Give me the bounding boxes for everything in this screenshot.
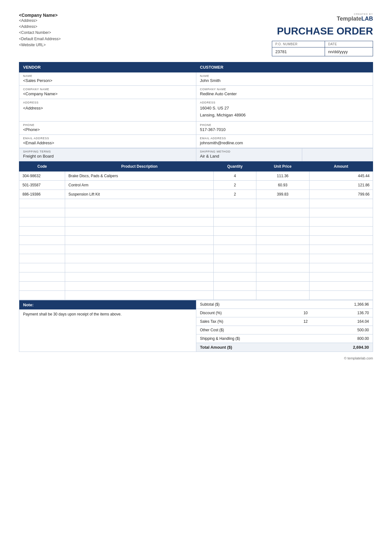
total-amount-label: Total Amount ($) bbox=[200, 345, 285, 350]
customer-company-label: COMPANY NAME bbox=[196, 86, 373, 91]
templatelab-logo: CREATED BY TemplateLAB bbox=[337, 13, 373, 22]
shipping-handling-label: Shipping & Handling ($) bbox=[200, 336, 285, 341]
tax-label: Sales Tax (%) bbox=[200, 319, 285, 324]
shipping-terms-value: Freight on Board bbox=[19, 153, 196, 161]
empty-quantity bbox=[214, 291, 256, 300]
empty-code bbox=[19, 245, 65, 254]
table-row: 304-98632 Brake Discs, Pads & Calipers 4… bbox=[19, 171, 373, 181]
po-number-value: 23781 bbox=[272, 47, 325, 56]
shipping-terms-cell: SHIPPING TERMS Freight on Board bbox=[19, 148, 196, 161]
tax-pct: 12 bbox=[285, 319, 327, 324]
right-header: CREATED BY TemplateLAB PURCHASE ORDER P.… bbox=[196, 13, 373, 56]
vendor-name-cell: NAME <Sales Person> bbox=[19, 72, 196, 86]
empty-unit-price bbox=[256, 263, 309, 272]
subtotal-label: Subtotal ($) bbox=[200, 302, 285, 307]
col-header-amount: Amount bbox=[309, 162, 373, 171]
footer-copyright: © templatelab.com bbox=[344, 356, 373, 360]
product-unit-price: 60.93 bbox=[256, 181, 309, 190]
date-label: DATE bbox=[325, 41, 373, 47]
product-code: 304-98632 bbox=[19, 171, 65, 181]
vendor-address-label: ADDRESS bbox=[19, 99, 196, 104]
table-row: 886-19386 Suspension Lift Kit 2 399.83 7… bbox=[19, 190, 373, 199]
empty-unit-price bbox=[256, 245, 309, 254]
col-header-description: Product Description bbox=[65, 162, 214, 171]
total-amount-row: Total Amount ($) 2,694.30 bbox=[196, 343, 373, 352]
vendor-phone-label: PHONE bbox=[19, 122, 196, 127]
empty-code bbox=[19, 291, 65, 300]
col-header-quantity: Quantity bbox=[214, 162, 256, 171]
vendor-phone-cell: PHONE <Phone> bbox=[19, 122, 196, 135]
discount-pct: 10 bbox=[285, 311, 327, 315]
empty-amount bbox=[309, 208, 373, 217]
created-by-label: CREATED BY bbox=[337, 13, 373, 16]
empty-unit-price bbox=[256, 199, 309, 208]
company-website: <Website URL> bbox=[19, 42, 196, 48]
empty-quantity bbox=[214, 282, 256, 291]
empty-unit-price bbox=[256, 291, 309, 300]
vendor-address-value: <Address> bbox=[19, 104, 196, 114]
customer-address-label: ADDRESS bbox=[196, 99, 373, 104]
empty-description bbox=[65, 217, 214, 227]
empty-description bbox=[65, 254, 214, 263]
total-amount-value: 2,694.30 bbox=[327, 345, 369, 350]
empty-code bbox=[19, 217, 65, 227]
shipping-handling-row: Shipping & Handling ($) 800.00 bbox=[196, 334, 373, 343]
empty-description bbox=[65, 282, 214, 291]
customer-phone-label: PHONE bbox=[196, 122, 373, 127]
customer-name-value: John Smith bbox=[196, 78, 373, 85]
vendor-email-label: EMAIL ADDRESS bbox=[19, 135, 196, 140]
table-row-empty bbox=[19, 236, 373, 245]
empty-quantity bbox=[214, 199, 256, 208]
empty-description bbox=[65, 263, 214, 272]
shipping-extra-value bbox=[302, 153, 373, 161]
company-address2: <Address> bbox=[19, 24, 196, 30]
customer-address-value: 16040 S. US 27 Lansing, Michigan 48906 bbox=[196, 104, 373, 121]
brand-template-text: Template bbox=[337, 16, 361, 22]
customer-phone-value: 517-367-7010 bbox=[196, 127, 373, 134]
vendor-company-cell: COMPANY NAME <Company Name> bbox=[19, 86, 196, 99]
vendor-address-cell: ADDRESS <Address> bbox=[19, 99, 196, 122]
empty-description bbox=[65, 272, 214, 282]
note-content: Payment shall be 30 days upon receipt of… bbox=[19, 309, 196, 319]
empty-quantity bbox=[214, 263, 256, 272]
brand-lab-text: LAB bbox=[361, 16, 373, 22]
empty-quantity bbox=[214, 272, 256, 282]
empty-unit-price bbox=[256, 208, 309, 217]
empty-amount bbox=[309, 272, 373, 282]
vendor-email-cell: EMAIL ADDRESS <Email Address> bbox=[19, 135, 196, 148]
shipping-method-cell: SHIPPING METHOD Air & Land bbox=[196, 148, 302, 161]
col-header-unit-price: Unit Price bbox=[256, 162, 309, 171]
other-cost-label: Other Cost ($) bbox=[200, 328, 285, 332]
customer-email-label: EMAIL ADDRESS bbox=[196, 135, 373, 140]
empty-code bbox=[19, 227, 65, 236]
discount-value: 136.70 bbox=[327, 311, 369, 315]
shipping-method-label: SHIPPING METHOD bbox=[196, 148, 302, 153]
bottom-table: Note: Payment shall be 30 days upon rece… bbox=[19, 300, 373, 352]
product-quantity: 4 bbox=[214, 171, 256, 181]
customer-email-value: johnsmith@redline.com bbox=[196, 140, 373, 148]
customer-company-value: Redline Auto Center bbox=[196, 91, 373, 99]
company-email: <Default Email Address> bbox=[19, 36, 196, 42]
empty-quantity bbox=[214, 217, 256, 227]
empty-quantity bbox=[214, 227, 256, 236]
empty-amount bbox=[309, 245, 373, 254]
table-row-empty bbox=[19, 291, 373, 300]
empty-amount bbox=[309, 227, 373, 236]
empty-unit-price bbox=[256, 227, 309, 236]
vendor-company-label: COMPANY NAME bbox=[19, 86, 196, 91]
product-code: 501-35587 bbox=[19, 181, 65, 190]
table-row: 501-35587 Control Arm 2 60.93 121.86 bbox=[19, 181, 373, 190]
vendor-company-value: <Company Name> bbox=[19, 91, 196, 99]
table-row-empty bbox=[19, 245, 373, 254]
customer-address-cell: ADDRESS 16040 S. US 27 Lansing, Michigan… bbox=[196, 99, 373, 122]
other-cost-value: 500.00 bbox=[327, 328, 369, 332]
product-amount: 121.86 bbox=[309, 181, 373, 190]
product-description: Suspension Lift Kit bbox=[65, 190, 214, 199]
note-cell: Note: Payment shall be 30 days upon rece… bbox=[19, 300, 196, 352]
table-row-empty bbox=[19, 254, 373, 263]
product-quantity: 2 bbox=[214, 190, 256, 199]
totals-cell: Subtotal ($) 1,366.96 Discount (%) 10 13… bbox=[196, 300, 373, 352]
product-unit-price: 399.83 bbox=[256, 190, 309, 199]
empty-unit-price bbox=[256, 254, 309, 263]
product-description: Control Arm bbox=[65, 181, 214, 190]
